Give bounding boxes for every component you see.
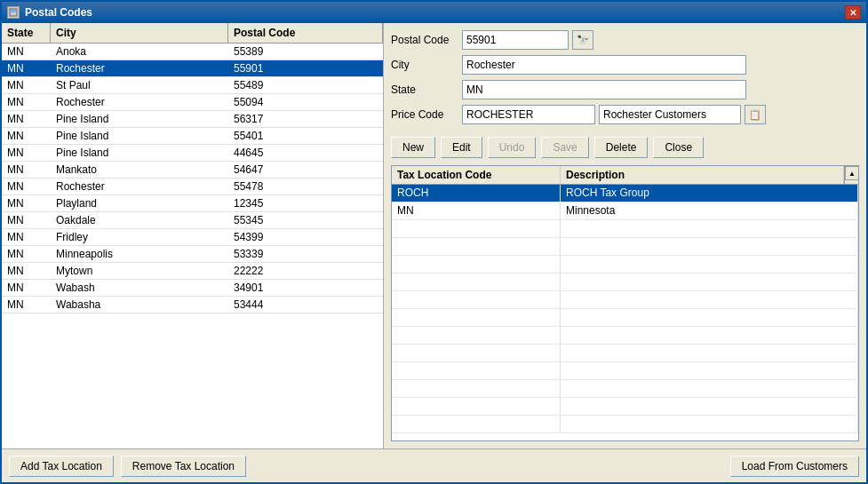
list-cell-postal: 56317 xyxy=(228,111,383,127)
form-section: Postal Code 🔭 City State xyxy=(391,30,859,130)
close-window-button[interactable]: ✕ xyxy=(845,5,861,20)
tax-scroll-bar[interactable]: ▲ xyxy=(844,166,858,184)
list-cell-postal: 53339 xyxy=(228,246,383,262)
tax-empty-row xyxy=(392,256,858,274)
save-button[interactable]: Save xyxy=(541,137,588,158)
svg-rect-1 xyxy=(11,10,16,12)
list-cell-state: MN xyxy=(2,77,51,93)
list-cell-city: Mankato xyxy=(51,162,228,178)
binoculars-icon: 🔭 xyxy=(577,35,589,46)
scroll-up-arrow[interactable]: ▲ xyxy=(845,166,859,180)
tax-empty-row xyxy=(392,291,858,309)
price-code-row: Price Code 📋 xyxy=(391,105,859,124)
postal-code-list[interactable]: MN Anoka 55389 MN Rochester 55901 MN St … xyxy=(2,44,383,448)
list-cell-city: Oakdale xyxy=(51,212,228,228)
list-cell-postal: 55489 xyxy=(228,77,383,93)
tax-empty-row xyxy=(392,220,858,238)
city-row: City xyxy=(391,55,859,75)
remove-tax-location-button[interactable]: Remove Tax Location xyxy=(121,456,246,477)
city-input[interactable] xyxy=(462,55,746,75)
tax-empty-code xyxy=(392,274,561,290)
tax-empty-desc xyxy=(561,327,858,344)
close-button[interactable]: Close xyxy=(653,137,704,158)
tax-rows-body[interactable]: ROCH ROCH Tax Group MN Minnesota xyxy=(392,185,858,440)
list-item[interactable]: MN Rochester 55094 xyxy=(2,94,383,111)
tax-empty-code xyxy=(392,256,561,273)
list-cell-city: Wabash xyxy=(51,280,228,296)
price-code-input[interactable] xyxy=(462,105,595,124)
list-item[interactable]: MN Playland 12345 xyxy=(2,195,383,212)
list-cell-postal: 54647 xyxy=(228,162,383,178)
tax-cell-code: MN xyxy=(392,202,561,219)
list-item[interactable]: MN Wabasha 53444 xyxy=(2,297,383,313)
postal-code-input[interactable] xyxy=(462,30,569,50)
list-item[interactable]: MN Fridley 54399 xyxy=(2,229,383,246)
tax-empty-desc xyxy=(561,238,858,255)
list-cell-postal: 55478 xyxy=(228,179,383,194)
new-button[interactable]: New xyxy=(391,137,435,158)
delete-button[interactable]: Delete xyxy=(594,137,649,158)
tax-empty-desc xyxy=(561,309,858,326)
window-title: Postal Codes xyxy=(25,6,92,19)
tax-table-row[interactable]: MN Minnesota xyxy=(392,202,858,220)
price-code-name-input[interactable] xyxy=(599,105,741,124)
list-cell-postal: 55389 xyxy=(228,44,383,60)
right-panel: Postal Code 🔭 City State xyxy=(384,23,866,448)
postal-code-lookup-button[interactable]: 🔭 xyxy=(572,30,593,50)
bottom-buttons-bar: Add Tax Location Remove Tax Location Loa… xyxy=(2,448,866,482)
tax-empty-desc xyxy=(561,256,858,273)
list-item[interactable]: MN Mytown 22222 xyxy=(2,263,383,280)
price-lookup-icon: 📋 xyxy=(749,109,761,121)
add-tax-location-button[interactable]: Add Tax Location xyxy=(9,456,114,477)
list-cell-city: Rochester xyxy=(51,94,228,110)
list-cell-postal: 44645 xyxy=(228,145,383,161)
list-item[interactable]: MN Rochester 55901 xyxy=(2,60,383,77)
list-item[interactable]: MN Pine Island 56317 xyxy=(2,111,383,128)
list-cell-state: MN xyxy=(2,94,51,110)
list-cell-state: MN xyxy=(2,179,51,194)
list-cell-postal: 54399 xyxy=(228,229,383,245)
list-cell-city: St Paul xyxy=(51,77,228,93)
price-code-lookup-button[interactable]: 📋 xyxy=(745,105,766,124)
list-cell-state: MN xyxy=(2,44,51,60)
city-label: City xyxy=(391,59,462,71)
tax-empty-row xyxy=(392,362,858,380)
list-item[interactable]: MN Mankato 54647 xyxy=(2,162,383,179)
list-cell-state: MN xyxy=(2,145,51,161)
list-cell-city: Rochester xyxy=(51,179,228,194)
list-header: State City Postal Code xyxy=(2,23,383,44)
list-cell-postal: 55901 xyxy=(228,60,383,76)
tax-empty-row xyxy=(392,416,858,433)
tax-empty-row xyxy=(392,327,858,345)
undo-button[interactable]: Undo xyxy=(488,137,537,158)
load-from-customers-button[interactable]: Load From Customers xyxy=(730,456,859,477)
tax-table-header: Tax Location Code Description ▲ xyxy=(392,166,858,185)
list-item[interactable]: MN Oakdale 55345 xyxy=(2,212,383,229)
header-postal: Postal Code xyxy=(228,23,383,43)
state-label: State xyxy=(391,83,462,96)
list-item[interactable]: MN St Paul 55489 xyxy=(2,77,383,94)
header-city: City xyxy=(51,23,228,43)
list-cell-state: MN xyxy=(2,111,51,127)
list-cell-city: Rochester xyxy=(51,60,228,76)
list-item[interactable]: MN Anoka 55389 xyxy=(2,44,383,60)
tax-empty-code xyxy=(392,309,561,326)
list-cell-city: Pine Island xyxy=(51,111,228,127)
tax-table-row[interactable]: ROCH ROCH Tax Group xyxy=(392,185,858,202)
list-item[interactable]: MN Pine Island 44645 xyxy=(2,145,383,162)
list-item[interactable]: MN Wabash 34901 xyxy=(2,280,383,297)
list-cell-city: Mytown xyxy=(51,263,228,279)
tax-empty-desc xyxy=(561,220,858,237)
tax-empty-desc xyxy=(561,362,858,379)
tax-empty-desc xyxy=(561,398,858,415)
tax-location-table: Tax Location Code Description ▲ ROCH ROC… xyxy=(391,165,859,441)
list-item[interactable]: MN Rochester 55478 xyxy=(2,179,383,195)
list-item[interactable]: MN Minneapolis 53339 xyxy=(2,246,383,263)
main-window: Postal Codes ✕ State City Postal Code MN… xyxy=(0,0,868,484)
list-cell-state: MN xyxy=(2,263,51,279)
list-item[interactable]: MN Pine Island 55401 xyxy=(2,128,383,145)
tax-empty-code xyxy=(392,416,561,432)
header-state: State xyxy=(2,23,51,43)
state-input[interactable] xyxy=(462,80,746,99)
edit-button[interactable]: Edit xyxy=(441,137,482,158)
